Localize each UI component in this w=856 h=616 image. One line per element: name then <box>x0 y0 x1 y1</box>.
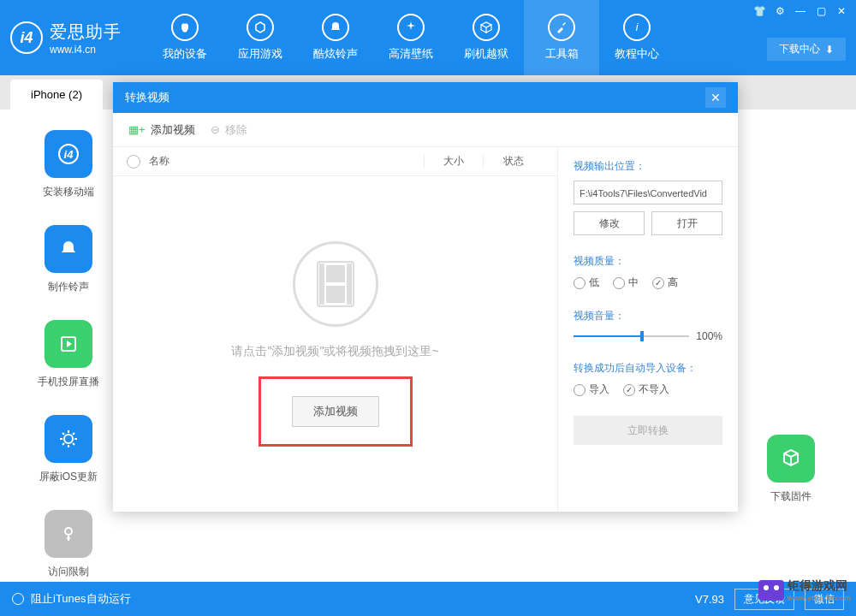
tab-iphone[interactable]: iPhone (2) <box>10 80 103 110</box>
quality-high[interactable]: 高 <box>652 275 678 290</box>
download-center-button[interactable]: 下载中心⬇ <box>767 38 846 61</box>
status-bar: 阻止iTunes自动运行 V7.93 意见反馈 微信 <box>0 582 856 616</box>
output-path-label: 视频输出位置： <box>574 159 722 174</box>
app-name: 爱思助手 <box>50 21 122 44</box>
remove-icon: ⊖ <box>211 123 220 136</box>
quality-mid[interactable]: 中 <box>613 275 639 290</box>
col-status: 状态 <box>484 154 544 169</box>
watermark: 钜得游戏网 www.ytruida.com <box>758 578 851 602</box>
skin-button[interactable]: 👕 <box>750 3 769 19</box>
autoimport-no[interactable]: 不导入 <box>623 382 669 397</box>
modify-button[interactable]: 修改 <box>574 211 645 235</box>
bell-icon <box>322 14 349 41</box>
logo-area: i4 爱思助手 www.i4.cn <box>10 21 122 56</box>
col-size: 大小 <box>424 154 484 169</box>
autoimport-yes[interactable]: 导入 <box>574 382 609 397</box>
convert-now-button[interactable]: 立即转换 <box>574 416 722 445</box>
minimize-button[interactable]: — <box>791 3 810 19</box>
quality-low[interactable]: 低 <box>574 275 599 290</box>
dialog-body: 名称 大小 状态 请点击"添加视频"或将视频拖拽到这里~ 添加视频 视频输出位置… <box>113 147 738 512</box>
info-icon: i <box>623 14 651 41</box>
radio-icon <box>12 593 24 605</box>
nav-toolbox[interactable]: 工具箱 <box>524 0 599 75</box>
nav-jailbreak[interactable]: 刷机越狱 <box>449 0 524 75</box>
play-icon <box>45 320 92 368</box>
close-button[interactable]: ✕ <box>832 3 851 19</box>
volume-slider[interactable]: 100% <box>574 330 722 342</box>
watermark-url: www.ytruida.com <box>788 594 851 602</box>
video-list-pane: 名称 大小 状态 请点击"添加视频"或将视频拖拽到这里~ 添加视频 <box>113 147 558 512</box>
nav-ringtones[interactable]: 酷炫铃声 <box>298 0 373 75</box>
download-icon: ⬇ <box>825 44 834 56</box>
watermark-icon <box>758 580 784 601</box>
highlight-box: 添加视频 <box>259 376 413 447</box>
ringtone-icon <box>45 225 92 273</box>
add-icon: ▦+ <box>128 123 146 136</box>
maximize-button[interactable]: ▢ <box>811 3 830 19</box>
box-icon <box>473 14 500 41</box>
install-icon: i4 <box>45 130 92 178</box>
right-tools-column: 下载固件 <box>740 435 842 504</box>
tool-restrictions[interactable]: 访问限制 <box>45 510 92 579</box>
settings-button[interactable]: ⚙ <box>770 3 789 19</box>
apple-icon <box>171 14 199 41</box>
tool-download-firmware[interactable]: 下载固件 <box>767 435 815 504</box>
dialog-toolbar: ▦+添加视频 ⊖移除 <box>113 113 738 147</box>
svg-rect-8 <box>347 264 352 305</box>
window-controls: 👕 ⚙ — ▢ ✕ <box>750 3 851 19</box>
list-header: 名称 大小 状态 <box>113 147 557 176</box>
tool-ringtone[interactable]: 制作铃声 <box>45 225 92 294</box>
svg-point-5 <box>65 528 72 535</box>
nav-my-device[interactable]: 我的设备 <box>147 0 223 75</box>
nav-apps[interactable]: 应用游戏 <box>223 0 298 75</box>
svg-rect-10 <box>326 286 345 303</box>
left-tools-column: i4安装移动端 制作铃声 手机投屏直播 屏蔽iOS更新 访问限制 <box>17 130 120 579</box>
app-url: www.i4.cn <box>50 44 122 56</box>
svg-rect-7 <box>319 264 324 305</box>
volume-value: 100% <box>696 330 722 342</box>
gear-icon <box>45 415 92 463</box>
nav-wallpapers[interactable]: 高清壁纸 <box>373 0 449 75</box>
dialog-titlebar: 转换视频 ✕ <box>113 82 738 113</box>
toolbar-remove[interactable]: ⊖移除 <box>211 122 247 138</box>
add-video-button[interactable]: 添加视频 <box>292 396 379 427</box>
tools-icon <box>548 14 575 41</box>
key-icon <box>45 510 92 558</box>
svg-rect-9 <box>326 265 345 282</box>
settings-pane: 视频输出位置： F:\i4Tools7\Files\ConvertedVid 修… <box>558 147 738 512</box>
autoimport-label: 转换成功后自动导入设备： <box>574 361 722 376</box>
block-itunes-toggle[interactable]: 阻止iTunes自动运行 <box>12 591 131 607</box>
version-label: V7.93 <box>695 593 724 606</box>
tool-block-update[interactable]: 屏蔽iOS更新 <box>39 415 98 484</box>
main-nav: 我的设备 应用游戏 酷炫铃声 高清壁纸 刷机越狱 工具箱 i教程中心 <box>147 0 675 75</box>
dialog-close-button[interactable]: ✕ <box>705 87 726 108</box>
cube-icon <box>767 435 815 483</box>
open-button[interactable]: 打开 <box>651 211 722 235</box>
store-icon <box>247 14 274 41</box>
svg-text:i4: i4 <box>64 148 74 161</box>
toolbar-add-video[interactable]: ▦+添加视频 <box>128 122 195 138</box>
drop-hint-text: 请点击"添加视频"或将视频拖拽到这里~ <box>231 344 438 359</box>
select-all-checkbox[interactable] <box>127 155 140 169</box>
svg-text:i: i <box>636 21 639 33</box>
quality-label: 视频质量： <box>574 254 722 269</box>
watermark-name: 钜得游戏网 <box>788 578 851 594</box>
dialog-title: 转换视频 <box>125 90 169 105</box>
tool-install-mobile[interactable]: i4安装移动端 <box>43 130 94 199</box>
app-header: i4 爱思助手 www.i4.cn 我的设备 应用游戏 酷炫铃声 高清壁纸 刷机… <box>0 0 856 75</box>
drop-zone[interactable]: 请点击"添加视频"或将视频拖拽到这里~ 添加视频 <box>113 176 557 512</box>
logo-text: 爱思助手 www.i4.cn <box>50 21 122 56</box>
nav-tutorials[interactable]: i教程中心 <box>599 0 675 75</box>
convert-video-dialog: 转换视频 ✕ ▦+添加视频 ⊖移除 名称 大小 状态 请点击"添加视频"或将视频… <box>113 82 738 512</box>
film-icon <box>293 241 378 327</box>
volume-label: 视频音量： <box>574 309 722 323</box>
tool-screencast[interactable]: 手机投屏直播 <box>38 320 99 389</box>
logo-icon: i4 <box>10 21 43 54</box>
col-name: 名称 <box>149 154 424 169</box>
svg-point-4 <box>64 435 73 443</box>
output-path-field[interactable]: F:\i4Tools7\Files\ConvertedVid <box>574 181 722 204</box>
sparkle-icon <box>397 14 425 41</box>
